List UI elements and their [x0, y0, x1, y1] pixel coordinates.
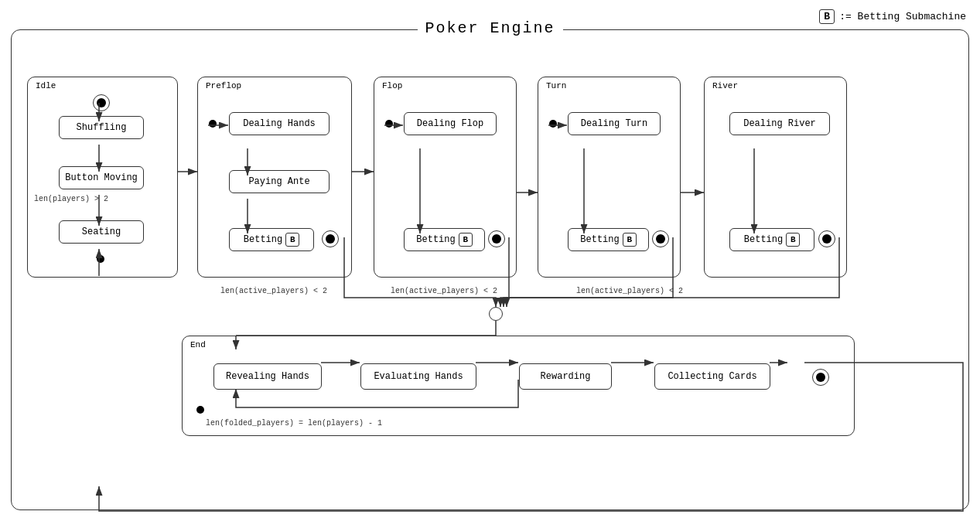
- legend: B := Betting Submachine: [819, 9, 966, 24]
- active-players-flop-label: len(active_players) < 2: [391, 287, 497, 295]
- betting-preflop-state: Betting B: [229, 228, 314, 251]
- end-group: End Revealing Hands Evaluating Hands Rew…: [182, 336, 855, 436]
- betting-flop-state: Betting B: [404, 228, 485, 251]
- flop-init-dot: [385, 120, 393, 128]
- collecting-cards-state: Collecting Cards: [654, 363, 770, 390]
- turn-final-state: [652, 230, 669, 247]
- active-players-turn-label: len(active_players) < 2: [576, 287, 683, 295]
- revealing-hands-state: Revealing Hands: [213, 363, 322, 390]
- end-label: End: [190, 340, 206, 349]
- preflop-final-state: [322, 230, 339, 247]
- idle-group: Idle Shuffling Button Moving len(players…: [27, 77, 178, 278]
- turn-init-dot: [549, 120, 557, 128]
- fork-join-circle: [489, 307, 503, 321]
- len-players-condition: len(players) > 2: [34, 195, 108, 203]
- active-players-preflop-label: len(active_players) < 2: [220, 287, 327, 295]
- preflop-submachine-icon: B: [285, 233, 299, 247]
- shuffling-state: Shuffling: [59, 116, 144, 139]
- river-submachine-icon: B: [786, 233, 800, 247]
- river-label: River: [712, 81, 738, 90]
- dealing-hands-state: Dealing Hands: [229, 112, 330, 135]
- rewarding-state: Rewarding: [519, 363, 612, 390]
- flop-final-state: [488, 230, 505, 247]
- main-container: Poker Engine Idle Shuffling Button Movin…: [11, 29, 969, 510]
- paying-ante-state: Paying Ante: [229, 170, 330, 193]
- idle-label: Idle: [36, 81, 56, 90]
- betting-river-state: Betting B: [729, 228, 814, 251]
- evaluating-hands-state: Evaluating Hands: [360, 363, 476, 390]
- end-init-dot: [196, 406, 204, 414]
- idle-init-dot: [97, 255, 104, 263]
- turn-group: Turn Dealing Turn Betting B: [538, 77, 681, 278]
- dealing-turn-state: Dealing Turn: [568, 112, 661, 135]
- end-final-state: [812, 369, 829, 386]
- river-group: River Dealing River Betting B: [704, 77, 847, 278]
- seating-state: Seating: [59, 220, 144, 244]
- river-final-state: [818, 230, 835, 247]
- button-moving-state: Button Moving: [59, 166, 144, 189]
- flop-submachine-icon: B: [459, 233, 473, 247]
- idle-final-state: [93, 94, 110, 111]
- folded-players-condition: len(folded_players) = len(players) - 1: [206, 419, 382, 428]
- turn-submachine-icon: B: [623, 233, 637, 247]
- legend-box: B: [819, 9, 835, 24]
- dealing-flop-state: Dealing Flop: [404, 112, 497, 135]
- flop-group: Flop Dealing Flop Betting B: [374, 77, 517, 278]
- dealing-river-state: Dealing River: [729, 112, 830, 135]
- preflop-label: Preflop: [206, 81, 241, 90]
- preflop-init-dot: [209, 120, 217, 128]
- preflop-group: Preflop Dealing Hands Paying Ante Bettin…: [197, 77, 352, 278]
- flop-label: Flop: [382, 81, 402, 90]
- legend-description: := Betting Submachine: [839, 11, 966, 22]
- main-title: Poker Engine: [417, 19, 562, 37]
- betting-turn-state: Betting B: [568, 228, 649, 251]
- turn-label: Turn: [546, 81, 566, 90]
